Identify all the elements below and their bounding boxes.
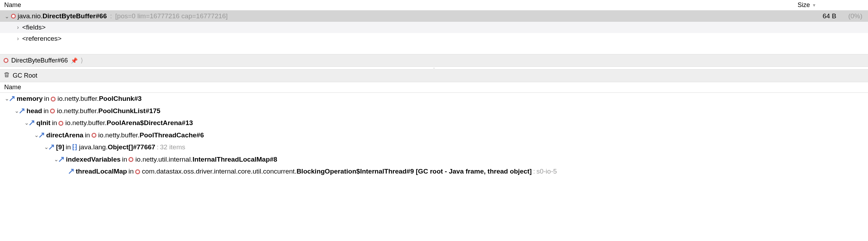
detail-text: 32 items bbox=[160, 143, 185, 151]
tree-row[interactable]: [9]in⁅⁆ java.lang.Object[]#77667:32 item… bbox=[0, 141, 868, 154]
tree-row-fields[interactable]: <fields> bbox=[0, 22, 868, 33]
size-value: 64 B bbox=[788, 12, 841, 20]
field-ref-icon bbox=[49, 144, 54, 150]
field-ref-icon bbox=[58, 157, 64, 162]
column-header-name2[interactable]: Name bbox=[0, 82, 868, 93]
package-text: io.netty.buffer. bbox=[98, 131, 140, 139]
field-name: head bbox=[26, 107, 42, 115]
class-icon bbox=[4, 58, 8, 63]
gc-root-label: GC Root bbox=[13, 72, 37, 79]
colon: : bbox=[109, 12, 113, 20]
class-icon bbox=[51, 97, 56, 102]
in-text: in bbox=[43, 95, 51, 102]
class-icon bbox=[92, 133, 96, 138]
sort-descending-icon: ▼ bbox=[812, 3, 816, 8]
field-name: [9] bbox=[56, 143, 64, 151]
chevron-down-icon[interactable] bbox=[34, 131, 39, 139]
package-text: io.netty.util.internal. bbox=[136, 156, 193, 163]
class-text: DirectByteBuffer#66 bbox=[43, 12, 107, 20]
tree-row[interactable]: headin io.netty.buffer.PoolChunkList#175 bbox=[0, 105, 868, 117]
tree-row[interactable]: directArenain io.netty.buffer.PoolThread… bbox=[0, 129, 868, 142]
chevron-right-icon[interactable]: ⟩ bbox=[81, 57, 83, 64]
chevron-down-icon[interactable] bbox=[4, 13, 9, 20]
breadcrumb-bar: DirectByteBuffer#66 📌 ⟩ bbox=[0, 54, 868, 67]
tree-row-root[interactable]: java.nio.DirectByteBuffer#66 : [pos=0 li… bbox=[0, 11, 868, 22]
class-text: InternalThreadLocalMap#8 bbox=[193, 156, 277, 163]
fields-label: <fields> bbox=[22, 24, 46, 31]
package-text: com.datastax.oss.driver.internal.core.ut… bbox=[142, 168, 296, 175]
gc-root-tree: memoryin io.netty.buffer.PoolChunk#3 hea… bbox=[0, 93, 868, 178]
chevron-down-icon[interactable] bbox=[14, 107, 19, 115]
chevron-down-icon[interactable] bbox=[4, 95, 9, 103]
references-label: <references> bbox=[22, 35, 62, 43]
array-icon: ⁅⁆ bbox=[72, 143, 77, 151]
field-name: directArena bbox=[46, 131, 83, 139]
class-text: PoolChunkList#175 bbox=[98, 107, 160, 115]
field-name: threadLocalMap bbox=[76, 168, 127, 175]
class-icon bbox=[128, 157, 133, 162]
field-ref-icon bbox=[68, 169, 74, 174]
column-size-label: Size bbox=[798, 1, 810, 9]
class-icon bbox=[58, 121, 63, 126]
resize-handle[interactable] bbox=[0, 67, 868, 70]
field-ref-icon bbox=[39, 132, 44, 138]
tree-row-references[interactable]: <references> bbox=[0, 33, 868, 44]
column-header-row: Name Size ▼ bbox=[0, 0, 868, 11]
spacer bbox=[0, 44, 868, 54]
class-text: Object[]#77667 bbox=[108, 143, 155, 151]
class-text: PoolChunk#3 bbox=[99, 95, 141, 102]
chevron-down-icon[interactable] bbox=[24, 119, 29, 127]
in-text: in bbox=[64, 143, 73, 151]
package-text: java.nio. bbox=[18, 12, 43, 20]
class-icon bbox=[11, 14, 16, 19]
trash-icon[interactable] bbox=[4, 72, 10, 80]
object-tree: java.nio.DirectByteBuffer#66 : [pos=0 li… bbox=[0, 11, 868, 44]
class-text: PoolArena$DirectArena#13 bbox=[107, 119, 193, 126]
tree-row[interactable]: threadLocalMapin com.datastax.oss.driver… bbox=[0, 165, 868, 178]
field-ref-icon bbox=[29, 120, 34, 126]
chevron-down-icon[interactable] bbox=[44, 143, 49, 151]
class-text: PoolThreadCache#6 bbox=[140, 131, 204, 139]
column-name[interactable]: Name bbox=[4, 1, 795, 9]
package-text: io.netty.buffer. bbox=[57, 107, 99, 115]
chevron-right-icon[interactable] bbox=[15, 24, 20, 31]
detail-text: s0-io-5 bbox=[536, 168, 557, 175]
tree-row[interactable]: qInitin io.netty.buffer.PoolArena$Direct… bbox=[0, 117, 868, 129]
pin-icon[interactable]: 📌 bbox=[71, 57, 78, 64]
breadcrumb-label[interactable]: DirectByteBuffer#66 bbox=[11, 57, 68, 64]
field-name: qInit bbox=[36, 119, 50, 126]
package-text: io.netty.buffer. bbox=[57, 95, 99, 102]
package-text: java.lang. bbox=[79, 143, 108, 151]
detail-text: [pos=0 lim=16777216 cap=16777216] bbox=[115, 12, 228, 20]
package-text: io.netty.buffer. bbox=[65, 119, 107, 126]
in-text: in bbox=[121, 156, 129, 163]
class-icon bbox=[50, 109, 55, 113]
chevron-right-icon[interactable] bbox=[15, 35, 20, 42]
field-name: indexedVariables bbox=[66, 156, 120, 163]
column-size[interactable]: Size ▼ bbox=[795, 1, 865, 9]
tree-row[interactable]: memoryin io.netty.buffer.PoolChunk#3 bbox=[0, 93, 868, 105]
in-text: in bbox=[50, 119, 58, 126]
field-ref-icon bbox=[19, 108, 25, 114]
in-text: in bbox=[127, 168, 135, 175]
gc-root-toolbar: GC Root bbox=[0, 70, 868, 82]
field-name: memory bbox=[17, 95, 43, 102]
class-text: BlockingOperation$InternalThread#9 [GC r… bbox=[296, 168, 532, 175]
tree-row[interactable]: indexedVariablesin io.netty.util.interna… bbox=[0, 154, 868, 166]
in-text: in bbox=[42, 107, 50, 115]
in-text: in bbox=[83, 131, 92, 139]
class-icon bbox=[135, 169, 140, 174]
field-ref-icon bbox=[9, 96, 15, 102]
chevron-down-icon[interactable] bbox=[54, 155, 58, 164]
size-percent: (0%) bbox=[841, 12, 865, 20]
